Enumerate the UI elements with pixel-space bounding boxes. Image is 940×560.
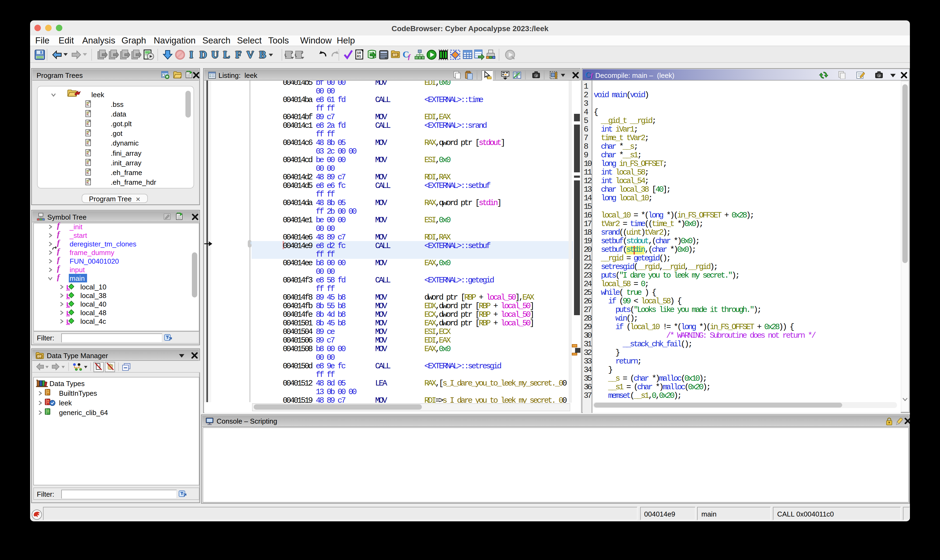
svg-text:01: 01 <box>357 54 361 58</box>
svg-text:DT: DT <box>393 53 397 57</box>
svg-text:DT: DT <box>37 355 42 358</box>
svg-text:f: f <box>407 53 411 60</box>
